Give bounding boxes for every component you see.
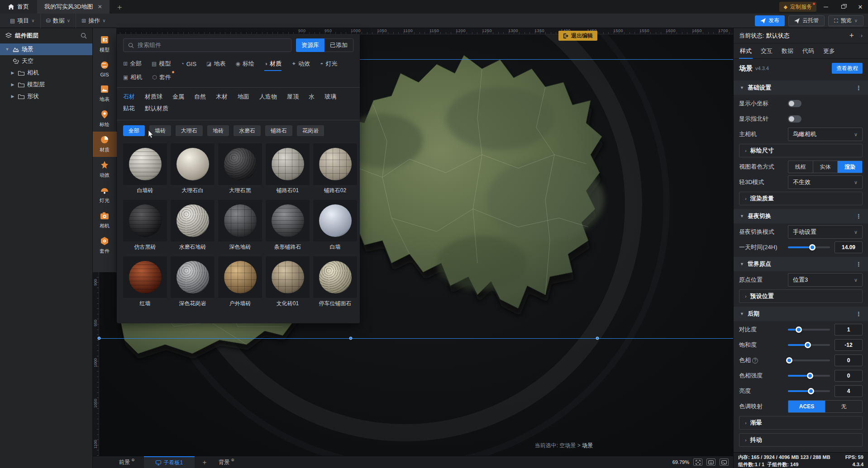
category-default[interactable]: 默认材质 [145,104,168,113]
strip-item-plot[interactable]: 标绘 [93,106,117,132]
keyboard-shortcuts-icon[interactable] [706,459,715,466]
strip-item-light[interactable]: 灯光 [93,182,117,208]
caret-down-icon[interactable]: ▼ [5,47,10,52]
brightness-slider[interactable] [788,390,830,392]
option-none[interactable]: 无 [825,401,862,412]
selection-guide-bottom[interactable] [99,338,733,339]
option-wireframe[interactable]: 线框 [788,161,813,173]
publish-button[interactable]: 发布 [755,15,785,26]
material-item[interactable]: 仿古黑砖 [123,200,167,251]
show-axis-toggle[interactable] [788,100,801,107]
material-item[interactable]: 深色花岗岩 [171,256,215,307]
component-search-input[interactable]: 搜索组件 [123,38,291,52]
day-time-slider[interactable] [788,246,830,248]
tab-all[interactable]: ⊞全部 [123,57,142,71]
selection-handle[interactable] [596,337,599,340]
strip-item-camera[interactable]: 相机 [93,208,117,233]
zoom-percent[interactable]: 69.79% [672,459,689,465]
tab-model[interactable]: ▤模型 [152,57,171,71]
tab-gis[interactable]: ◔GIS [181,57,196,71]
category-manmade[interactable]: 人造物 [259,93,277,101]
hue-slider[interactable] [788,359,830,361]
option-solid[interactable]: 实体 [813,161,838,173]
selection-handle[interactable] [349,337,353,340]
category-wood[interactable]: 木材 [216,93,228,101]
tab-interaction[interactable]: 交互 [761,43,773,59]
tab-more[interactable]: 更多 [823,43,835,59]
tab-light[interactable]: ◓灯光 [320,57,337,71]
saturation-slider[interactable] [788,344,830,346]
minimize-button[interactable] [818,0,834,14]
chevron-right-icon[interactable]: › [857,32,863,39]
close-button[interactable]: ✕ [853,0,868,14]
category-nature[interactable]: 自然 [194,93,206,101]
strip-item-terrain[interactable]: 地表 [93,81,117,106]
material-item[interactable]: 条形铺路石 [266,200,310,251]
foreground-button[interactable]: 前景 ⊕ [114,456,139,468]
exit-edit-button[interactable]: 退出编辑 [558,31,597,41]
search-icon[interactable] [81,33,87,39]
chip-paving[interactable]: 铺路石 [265,125,292,136]
hue-strength-value[interactable]: 0 [835,370,863,382]
strip-item-model[interactable]: 模型 [93,32,117,57]
tree-item-sky[interactable]: 天空 [0,55,92,67]
light3d-dropdown[interactable]: 不生效 ∨ [788,175,863,189]
custom-service-button[interactable]: ◆ 定制服务 [779,2,816,12]
tab-style[interactable]: 样式 [740,43,752,59]
collapsed-dither[interactable]: › 抖动 [739,433,863,447]
strip-item-gis[interactable]: GIS [93,57,117,81]
saturation-value[interactable]: -12 [835,339,863,351]
horizontal-ruler[interactable]: 9009501000105011001150120012501300135014… [99,28,733,34]
section-post-processing[interactable]: ▼ 后期 ⋮ [734,307,868,321]
tab-plot[interactable]: ◉标绘 [235,57,254,71]
menu-operation[interactable]: ⊞ 操作 ∨ [76,14,111,28]
material-item[interactable]: 户外墙砖 [218,256,262,307]
menu-project[interactable]: ▤ 项目 ∨ [5,14,41,28]
tab-terrain[interactable]: ◪地表 [206,57,225,71]
slider-handle[interactable] [808,388,814,394]
contrast-value[interactable]: 1 [835,324,863,336]
fit-view-icon[interactable] [693,459,702,466]
material-item[interactable]: 停车位铺面石 [313,256,357,307]
category-material-ball[interactable]: 材质球 [145,93,162,101]
document-tab[interactable]: 我的写实风3D地图 ✕ [37,0,110,14]
material-item[interactable]: 大理石白 [171,143,215,194]
material-item[interactable]: 深色地砖 [218,200,262,251]
new-tab-button[interactable]: ＋ [110,0,130,14]
chip-granite[interactable]: 花岗岩 [297,125,324,136]
subpanel-tab[interactable]: 子看板1 [144,456,195,468]
category-roof[interactable]: 屋顶 [287,93,299,101]
section-world-origin[interactable]: ▼ 世界原点 ⋮ [734,257,868,271]
menu-data[interactable]: ⛁ 数据 ∨ [41,14,76,28]
selection-handle[interactable] [98,337,101,340]
slider-handle[interactable] [796,326,802,333]
category-water[interactable]: 水 [309,93,315,101]
option-aces[interactable]: ACES [788,401,825,412]
more-options-icon[interactable]: ⋮ [856,261,862,268]
collapsed-plot-size[interactable]: › 标绘尺寸 [739,144,863,157]
category-metal[interactable]: 金属 [172,93,184,101]
material-item[interactable]: 水磨石地砖 [171,200,215,251]
material-item[interactable]: 红墙 [123,256,167,307]
close-tab-icon[interactable]: ✕ [98,4,102,10]
section-day-night[interactable]: ▼ 昼夜切换 ⋮ [734,209,868,223]
console-icon[interactable] [720,459,729,466]
collapsed-preset-position[interactable]: › 预设位置 [739,289,863,303]
more-options-icon[interactable]: ⋮ [856,311,862,317]
tab-kit[interactable]: ⬡套件 [152,71,171,85]
slider-handle[interactable] [807,373,813,379]
tree-item-camera-folder[interactable]: ▶ 相机 [0,67,92,79]
hue-value[interactable]: 0 [835,355,863,366]
chip-floor-tile[interactable]: 地砖 [207,125,229,136]
material-item[interactable]: 文化砖01 [266,256,310,307]
circle-plus-icon[interactable]: ⊕ [231,458,234,462]
strip-item-material[interactable]: 材质 [93,132,117,157]
more-options-icon[interactable]: ⋮ [856,213,862,220]
material-item[interactable]: 铺路石01 [266,143,310,194]
slider-handle[interactable] [809,244,816,251]
main-camera-dropdown[interactable]: 鸟瞰相机 ∨ [788,128,863,141]
tree-item-scene[interactable]: ▼ 场景 [0,43,92,55]
slider-handle[interactable] [786,357,792,364]
view-tutorial-button[interactable]: 查看教程 [832,63,863,74]
daynight-mode-dropdown[interactable]: 手动设置 ∨ [788,225,863,239]
